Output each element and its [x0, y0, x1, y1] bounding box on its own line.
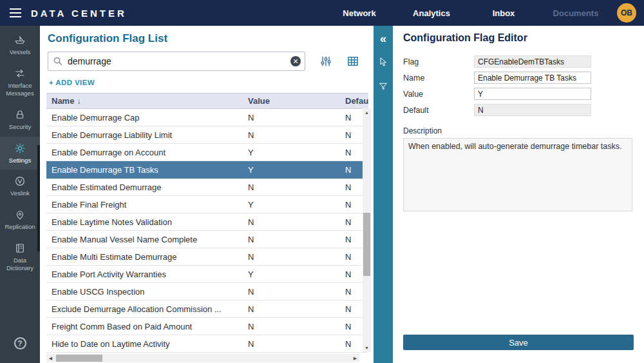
cell-name: Enable Port Activity Warranties — [46, 270, 243, 279]
flag-input[interactable] — [474, 55, 591, 68]
sidebar-item-replication[interactable]: Replication — [0, 203, 40, 237]
cell-name: Enable Manual Vessel Name Complete — [46, 235, 243, 244]
column-header-name[interactable]: Name↓ — [46, 96, 243, 106]
grid-view-icon[interactable] — [346, 55, 359, 68]
scroll-right-icon[interactable]: ▶ — [351, 354, 359, 362]
column-header-default[interactable]: Default — [340, 96, 368, 106]
cell-value: N — [243, 339, 340, 349]
vertical-scrollbar-thumb[interactable] — [363, 213, 370, 276]
cursor-icon — [378, 57, 388, 70]
scroll-up-icon[interactable]: ▲ — [363, 108, 371, 117]
user-avatar[interactable]: OB — [617, 3, 636, 23]
table-row[interactable]: Enable Laytime Notes Validation N N — [46, 213, 368, 231]
table-row[interactable]: Hide to Date on Laytime Activity N N — [46, 335, 368, 353]
value-input[interactable] — [474, 88, 591, 100]
sort-desc-icon: ↓ — [77, 97, 80, 106]
book-icon — [14, 242, 26, 254]
scroll-left-icon[interactable]: ◀ — [46, 354, 55, 362]
flag-label: Flag — [403, 57, 474, 66]
cell-name: Enable Final Freight — [46, 200, 243, 210]
top-bar: DATA CENTER Network Analytics Inbox Docu… — [0, 0, 644, 26]
name-input[interactable] — [474, 72, 591, 84]
cell-value: N — [243, 130, 340, 140]
sidebar-item-veslink[interactable]: Veslink — [0, 170, 40, 203]
nav-inbox[interactable]: Inbox — [468, 8, 540, 18]
table-row[interactable]: Exclude Demurrage Allocation Commission … — [46, 300, 368, 318]
left-sidebar: Vessels Interface Messages Security Sett… — [0, 26, 40, 363]
default-label: Default — [403, 106, 474, 115]
description-label: Description — [403, 126, 634, 135]
flag-table: Name↓ Value Default Enable Demurrage Cap… — [46, 93, 368, 353]
nav-network[interactable]: Network — [323, 8, 395, 18]
cell-value: N — [243, 304, 340, 314]
description-textarea[interactable]: When enabled, will auto-generate demurra… — [403, 138, 632, 211]
sidebar-item-interface-messages[interactable]: Interface Messages — [0, 62, 40, 103]
horizontal-scrollbar-thumb[interactable] — [56, 355, 102, 362]
cell-value: N — [243, 182, 340, 192]
table-row[interactable]: Enable Demurrage Cap N N — [46, 109, 368, 126]
table-row[interactable]: Enable Port Activity Warranties Y N — [46, 266, 368, 283]
lock-icon — [14, 109, 26, 121]
table-row[interactable]: Enable Final Freight Y N — [46, 196, 368, 213]
clear-search-icon[interactable]: ✕ — [290, 56, 301, 66]
collapse-panel-button[interactable]: « — [375, 31, 391, 46]
cell-name: Enable USCG Inspection — [46, 287, 243, 297]
cell-value: Y — [243, 165, 340, 175]
pointer-tool-button[interactable] — [375, 55, 391, 71]
cell-name: Enable Demurrage TB Tasks — [46, 165, 243, 175]
cell-name: Freight Comm Based on Paid Amount — [46, 322, 243, 331]
list-panel-title: Configuration Flag List — [40, 26, 374, 45]
table-row[interactable]: Enable Demurrage Liability Limit N N — [46, 126, 368, 144]
cell-value: N — [243, 252, 340, 262]
configuration-flag-editor-panel: Configuration Flag Editor Flag Name Valu… — [393, 26, 644, 363]
nav-documents: Documents — [540, 8, 612, 18]
table-row[interactable]: Enable Multi Estimate Demurrage N N — [46, 248, 368, 266]
table-row-selected[interactable]: Enable Demurrage TB Tasks Y N — [46, 161, 368, 179]
scroll-down-icon[interactable]: ▼ — [363, 344, 371, 352]
default-input[interactable] — [474, 104, 591, 116]
cell-value: N — [243, 113, 340, 123]
column-settings-icon[interactable] — [319, 55, 332, 68]
nav-analytics[interactable]: Analytics — [395, 8, 468, 18]
table-row[interactable]: Enable USCG Inspection N N — [46, 283, 368, 300]
cell-name: Enable Demurrage Cap — [46, 113, 243, 123]
add-view-link[interactable]: + ADD VIEW — [49, 79, 95, 86]
cell-value: N — [243, 235, 340, 244]
sidebar-item-vessels[interactable]: Vessels — [0, 28, 40, 62]
search-toolbar: ✕ — [48, 52, 366, 71]
filter-funnel-icon — [378, 81, 388, 94]
hamburger-menu-icon[interactable] — [0, 8, 31, 17]
top-nav: Network Analytics Inbox Documents — [323, 8, 612, 18]
value-label: Value — [403, 90, 474, 99]
veslink-icon — [14, 175, 26, 187]
vertical-scrollbar[interactable]: ▲ ▼ — [363, 108, 371, 352]
table-row[interactable]: Enable Manual Vessel Name Complete N N — [46, 231, 368, 248]
sidebar-item-security[interactable]: Security — [0, 103, 40, 137]
cell-value: Y — [243, 200, 340, 210]
save-button[interactable]: Save — [403, 335, 634, 350]
sidebar-item-help[interactable]: ? — [0, 331, 40, 355]
name-label: Name — [403, 74, 474, 83]
search-icon — [52, 55, 64, 70]
sidebar-item-settings[interactable]: Settings — [0, 137, 40, 170]
ship-icon — [14, 34, 26, 46]
sidebar-item-data-dictionary[interactable]: Data Dictionary — [0, 237, 40, 278]
table-row[interactable]: Freight Comm Based on Paid Amount N N — [46, 318, 368, 335]
table-row[interactable]: Enable Estimated Demurrage N N — [46, 179, 368, 196]
sidebar-item-label: Interface Messages — [1, 82, 39, 97]
sidebar-item-label: Data Dictionary — [1, 257, 39, 272]
filter-tool-button[interactable] — [375, 80, 391, 95]
field-row-name: Name — [403, 72, 634, 84]
map-pin-icon — [14, 209, 26, 221]
column-header-value[interactable]: Value — [243, 96, 340, 106]
search-box: ✕ — [48, 52, 305, 71]
horizontal-scrollbar[interactable]: ◀ ▶ — [46, 354, 359, 362]
cell-value: N — [243, 217, 340, 227]
sidebar-item-label: Replication — [5, 223, 35, 231]
cell-name: Enable Multi Estimate Demurrage — [46, 252, 243, 262]
sidebar-item-label: Settings — [9, 157, 31, 164]
configuration-flag-list-panel: Configuration Flag List ✕ + ADD VIEW Nam… — [40, 26, 374, 363]
table-row[interactable]: Enable Demurrage on Account Y N — [46, 144, 368, 161]
search-input[interactable] — [48, 52, 305, 71]
table-header: Name↓ Value Default — [46, 93, 368, 109]
